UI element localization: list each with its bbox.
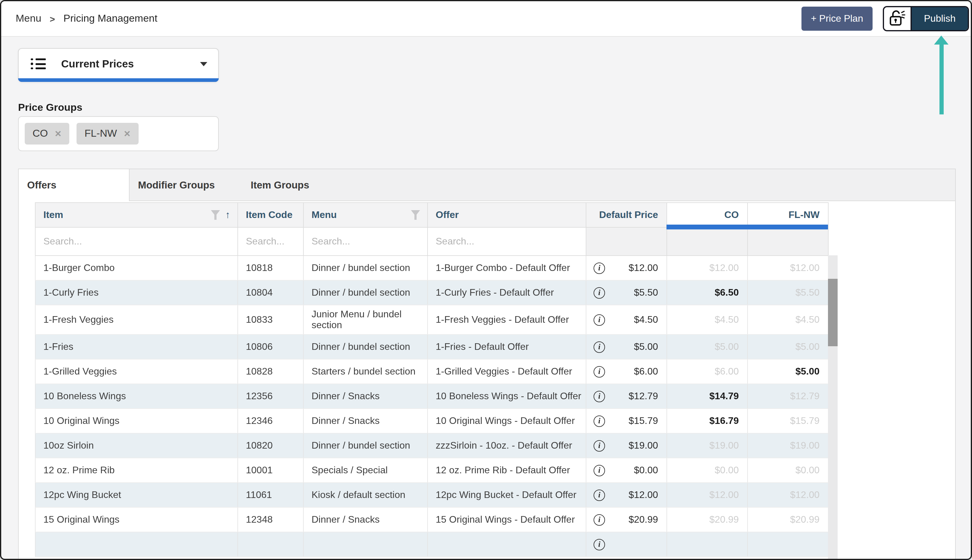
cell-item: 1-Burger Combo (35, 256, 238, 280)
add-price-plan-button[interactable]: + Price Plan (802, 7, 873, 31)
cell-default-price: i$12.00 (586, 256, 667, 280)
cell-co-price[interactable]: $14.79 (667, 384, 748, 408)
cell-offer: 10 Boneless Wings - Default Offer (428, 384, 586, 408)
price-groups-input[interactable]: CO✕FL-NW✕ (18, 116, 219, 151)
column-header-menu-label: Menu (312, 210, 337, 220)
cell-menu: Dinner / bundel section (303, 256, 428, 280)
tab-modifier-groups[interactable]: Modifier Groups (130, 169, 242, 200)
cell-co-price[interactable] (667, 532, 748, 557)
price-group-columns-accent-bar (666, 225, 828, 229)
cell-flnw-price[interactable]: $15.79 (748, 408, 828, 433)
cell-flnw-price[interactable]: $20.99 (748, 507, 828, 532)
tab-item-groups[interactable]: Item Groups (242, 169, 319, 200)
search-cell-default-price (586, 227, 667, 256)
info-icon[interactable]: i (594, 341, 605, 353)
cell-flnw-price[interactable] (748, 532, 828, 557)
cell-flnw-price[interactable]: $4.50 (748, 305, 828, 335)
info-icon[interactable]: i (594, 366, 605, 377)
table-row: 10oz Sirloin10820Dinner / bundel section… (35, 433, 828, 458)
cell-menu: Starters / bundel section (303, 359, 428, 384)
default-price-value: $19.00 (605, 440, 666, 451)
lock-publish-group: Publish (883, 6, 969, 31)
cell-co-price[interactable]: $5.00 (667, 335, 748, 359)
cell-item: 10 Original Wings (35, 408, 238, 433)
cell-item: 1-Grilled Veggies (35, 359, 238, 384)
cell-item-code: 12346 (238, 408, 303, 433)
column-header-menu[interactable]: Menu (303, 203, 428, 227)
cell-co-price[interactable]: $20.99 (667, 507, 748, 532)
cell-flnw-price[interactable]: $12.00 (748, 256, 828, 280)
column-header-item[interactable]: Item ↑ (35, 203, 238, 227)
cell-co-price[interactable]: $19.00 (667, 433, 748, 458)
cell-flnw-price[interactable]: $5.00 (748, 335, 828, 359)
cell-co-price[interactable]: $0.00 (667, 458, 748, 483)
filter-icon[interactable] (411, 210, 420, 220)
chevron-down-icon (200, 62, 207, 66)
cell-default-price: i$15.79 (586, 408, 667, 433)
info-icon[interactable]: i (594, 538, 605, 550)
cell-item-code: 10828 (238, 359, 303, 384)
lock-button[interactable] (884, 7, 912, 30)
search-cell-co (667, 227, 748, 256)
info-icon[interactable]: i (594, 440, 605, 451)
tab-offers[interactable]: Offers (19, 169, 130, 201)
table-row: 15 Original Wings12348Dinner / Snacks15 … (35, 507, 828, 532)
info-icon[interactable]: i (594, 287, 605, 298)
table-row: 10 Original Wings12346Dinner / Snacks10 … (35, 408, 828, 433)
cell-co-price[interactable]: $12.00 (667, 483, 748, 507)
sort-ascending-icon[interactable]: ↑ (225, 210, 230, 220)
unlocked-padlock-icon (888, 8, 906, 30)
cell-flnw-price[interactable]: $5.50 (748, 280, 828, 305)
cell-co-price[interactable]: $6.50 (667, 280, 748, 305)
cell-default-price: i$5.50 (586, 280, 667, 305)
item-code-search-input[interactable] (238, 236, 307, 247)
info-icon[interactable]: i (594, 415, 605, 427)
cell-item-code: 11061 (238, 483, 303, 507)
cell-flnw-price[interactable]: $12.00 (748, 483, 828, 507)
view-selector-dropdown[interactable]: Current Prices (18, 48, 219, 82)
column-header-co[interactable]: CO (667, 203, 748, 227)
info-icon[interactable]: i (594, 262, 605, 274)
publish-pointer-arrow-stem (939, 43, 944, 114)
cell-item-code: 12348 (238, 507, 303, 532)
cell-item-code: 10804 (238, 280, 303, 305)
column-header-flnw[interactable]: FL-NW (748, 203, 828, 227)
info-icon[interactable]: i (594, 390, 605, 402)
cell-co-price[interactable]: $12.00 (667, 256, 748, 280)
table-row: 1-Fresh Veggies10833Junior Menu / bundel… (35, 305, 828, 335)
info-icon[interactable]: i (594, 314, 605, 325)
cell-item: 12pc Wing Bucket (35, 483, 238, 507)
cell-menu: Dinner / bundel section (303, 433, 428, 458)
filter-icon[interactable] (211, 210, 220, 220)
cell-menu: Junior Menu / bundel section (303, 305, 428, 335)
cell-co-price[interactable]: $16.79 (667, 408, 748, 433)
view-selector-value: Current Prices (61, 58, 134, 70)
cell-flnw-price[interactable]: $12.79 (748, 384, 828, 408)
cell-offer: zzzSirloin - 10oz. - Default Offer (428, 433, 586, 458)
chip-remove-icon[interactable]: ✕ (55, 129, 62, 138)
price-group-chip: FL-NW✕ (77, 123, 138, 145)
cell-flnw-price[interactable]: $19.00 (748, 433, 828, 458)
cell-menu: Dinner / Snacks (303, 408, 428, 433)
column-header-default-price[interactable]: Default Price (586, 203, 667, 227)
cell-co-price[interactable]: $4.50 (667, 305, 748, 335)
breadcrumb-menu-link[interactable]: Menu (16, 13, 41, 25)
info-icon[interactable]: i (594, 489, 605, 501)
item-search-input[interactable] (35, 236, 235, 247)
cell-flnw-price[interactable]: $5.00 (748, 359, 828, 384)
cell-menu: Dinner / bundel section (303, 280, 428, 305)
table-scrollbar-track[interactable] (828, 255, 838, 560)
table-row: 1-Curly Fries10804Dinner / bundel sectio… (35, 280, 828, 305)
table-scrollbar-thumb[interactable] (828, 279, 838, 346)
cell-co-price[interactable]: $6.00 (667, 359, 748, 384)
chip-remove-icon[interactable]: ✕ (124, 129, 130, 138)
publish-button[interactable]: Publish (912, 7, 968, 30)
column-header-offer[interactable]: Offer (428, 203, 586, 227)
cell-flnw-price[interactable]: $0.00 (748, 458, 828, 483)
info-icon[interactable]: i (594, 514, 605, 525)
info-icon[interactable]: i (594, 465, 605, 476)
column-header-item-code[interactable]: Item Code (238, 203, 303, 227)
offer-search-input[interactable] (428, 236, 586, 247)
menu-search-input[interactable] (304, 236, 429, 247)
cell-offer: 1-Fries - Default Offer (428, 335, 586, 359)
